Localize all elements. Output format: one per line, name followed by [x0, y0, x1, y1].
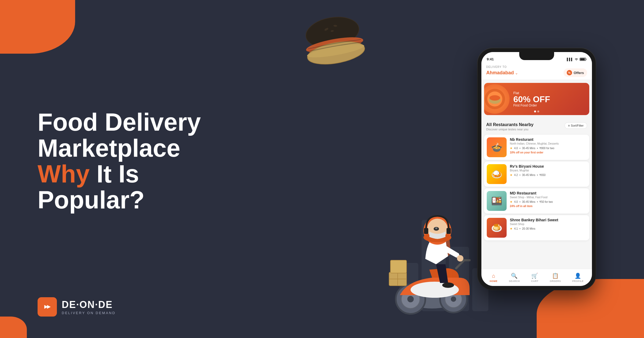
- separator-4: •: [537, 174, 538, 177]
- rating-3: 4.0: [514, 200, 518, 203]
- city-info: Ahmadabad ⌄: [486, 70, 518, 76]
- svg-point-30: [435, 227, 437, 229]
- home-icon: ⌂: [492, 273, 495, 279]
- restaurant-card[interactable]: 🍲 Nb Resturant North Indian, Chinese, Mu…: [484, 135, 589, 160]
- hero-content: Food Delivery Marketplace Why It Is Popu…: [38, 109, 215, 229]
- city-chevron-icon[interactable]: ⌄: [515, 71, 518, 75]
- bottom-navigation: ⌂ HOME 🔍 SEARCH 🛒 CART 📋 ORDERS 👤: [481, 269, 592, 286]
- restaurant-card-3[interactable]: 🍱 MD Restaurant Sweet Shop - Mithai, Fas…: [484, 188, 589, 214]
- time-1: 30-45 Mins: [522, 147, 535, 150]
- orders-icon: 📋: [552, 273, 559, 279]
- svg-point-24: [442, 282, 454, 288]
- burger-svg: [292, 7, 375, 73]
- restaurant-cuisine-3: Sweet Shop - Mithai, Fast Food: [510, 196, 587, 199]
- nav-profile[interactable]: 👤 PROFILE: [568, 271, 587, 284]
- star-icon-1: ★: [510, 146, 513, 150]
- rating-4: 4.1: [514, 227, 518, 230]
- svg-point-16: [451, 296, 456, 302]
- banner-food-svg: [484, 88, 506, 110]
- phone-mockup: 9:41 ▌▌▌ DELIVERY TO: [478, 48, 596, 290]
- price-2: ₹650: [539, 174, 546, 177]
- restaurant-name-4: Shree Bankey Bihari Sweet: [510, 218, 587, 222]
- svg-point-39: [489, 95, 500, 101]
- star-icon-2: ★: [510, 173, 513, 177]
- restaurant-image-1: 🍲: [487, 137, 507, 157]
- star-icon-3: ★: [510, 200, 513, 204]
- offers-icon: %: [567, 70, 572, 75]
- status-icons: ▌▌▌: [567, 57, 587, 61]
- search-icon: 🔍: [511, 273, 518, 279]
- banner-dots: [534, 111, 539, 112]
- delivery-svg: [357, 189, 491, 323]
- restaurants-section: All Restaurants Nearby Discover unique t…: [481, 119, 592, 269]
- restaurant-meta-2: ★ 4.2 • 30-45 Mins • ₹650: [510, 173, 587, 177]
- filter-button[interactable]: ≡ Sort/Filter: [565, 122, 587, 129]
- separator-3: •: [519, 174, 521, 177]
- svg-rect-35: [586, 59, 586, 60]
- nav-orders[interactable]: 📋 ORDERS: [546, 271, 565, 284]
- corner-decoration-top-left: [0, 0, 75, 54]
- app-header: DELIVERY TO Ahmadabad ⌄ % Offers: [481, 63, 592, 80]
- logo-icon: [38, 297, 57, 317]
- logo-area: DE·ON·DE DELIVERY ON DEMAND: [38, 297, 116, 317]
- headline-line2: Marketplace: [38, 134, 180, 161]
- restaurant-card-2[interactable]: 🍛 Rv's Biryani House Biryani, Mughlai ★ …: [484, 161, 589, 187]
- signal-icon: ▌▌▌: [567, 58, 573, 61]
- battery-icon: [580, 57, 587, 61]
- promo-banner[interactable]: Flat 60% OFF First Food Order: [484, 83, 589, 115]
- filter-icon: ≡: [568, 124, 570, 127]
- restaurant-name-1: Nb Resturant: [510, 137, 587, 142]
- svg-point-25: [457, 255, 463, 262]
- city-row: Ahmadabad ⌄ % Offers: [486, 68, 587, 77]
- separator-7: •: [519, 227, 521, 230]
- banner-food-image: [484, 84, 510, 114]
- restaurant-card-4[interactable]: 🍮 Shree Bankey Bihari Sweet Sweet Shop ★…: [484, 215, 589, 240]
- rating-2: 4.2: [514, 174, 518, 177]
- price-1: ₹800 for two: [539, 147, 554, 150]
- restaurant-info-1: Nb Resturant North Indian, Chinese, Mugh…: [510, 137, 587, 157]
- restaurant-offer-1: 10% off on your first order: [510, 151, 587, 154]
- logo-tagline: DELIVERY ON DEMAND: [62, 311, 116, 315]
- delivery-person-illustration: [357, 189, 491, 323]
- offers-label: Offers: [574, 71, 584, 75]
- svg-rect-31: [424, 228, 428, 234]
- rating-1: 4.0: [514, 147, 518, 150]
- home-label: HOME: [490, 280, 497, 282]
- headline: Food Delivery Marketplace Why It Is Popu…: [38, 109, 215, 213]
- wifi-icon: [574, 58, 579, 61]
- restaurant-image-4: 🍮: [487, 218, 507, 238]
- corner-decoration-bottom-left: [0, 317, 27, 338]
- separator-1: •: [519, 147, 521, 150]
- offers-button[interactable]: % Offers: [564, 68, 587, 77]
- filter-label: Sort/Filter: [571, 124, 584, 127]
- banner-discount: 60% OFF: [513, 95, 550, 104]
- section-title-area: All Restaurants Nearby Discover unique t…: [486, 122, 533, 131]
- profile-label: PROFILE: [572, 280, 584, 282]
- nav-search[interactable]: 🔍 SEARCH: [505, 271, 524, 284]
- status-time: 9:41: [487, 57, 494, 61]
- separator-5: •: [519, 200, 521, 203]
- restaurant-meta-3: ★ 4.0 • 30-45 Mins • ₹50 for two: [510, 200, 587, 204]
- nav-home[interactable]: ⌂ HOME: [486, 272, 501, 284]
- star-icon-4: ★: [510, 227, 513, 230]
- city-name[interactable]: Ahmadabad: [486, 70, 514, 75]
- headline-highlight: Why: [38, 160, 90, 188]
- burger-illustration: [292, 7, 375, 73]
- restaurant-offer-3: 24% off in all item: [510, 205, 587, 208]
- restaurant-cuisine-1: North Indian, Chinese, Mughlai, Desserts: [510, 142, 587, 145]
- restaurant-info-2: Rv's Biryani House Biryani, Mughlai ★ 4.…: [510, 164, 587, 184]
- phone-notch: [519, 52, 554, 60]
- orders-label: ORDERS: [550, 280, 561, 282]
- restaurant-cuisine-2: Biryani, Mughlai: [510, 169, 587, 172]
- restaurant-info-3: MD Restaurant Sweet Shop - Mithai, Fast …: [510, 191, 587, 211]
- nav-cart[interactable]: 🛒 CART: [527, 271, 542, 284]
- svg-rect-32: [447, 228, 451, 234]
- banner-dot-2: [537, 111, 539, 112]
- banner-text: Flat 60% OFF First Food Order: [510, 91, 550, 107]
- restaurant-meta-4: ★ 4.1 • 20-30 Mins: [510, 227, 587, 230]
- separator-6: •: [537, 200, 538, 203]
- banner-dot-1: [534, 111, 536, 112]
- time-3: 30-45 Mins: [522, 200, 535, 203]
- restaurant-name-2: Rv's Biryani House: [510, 164, 587, 168]
- banner-sub-label: First Food Order: [513, 104, 550, 107]
